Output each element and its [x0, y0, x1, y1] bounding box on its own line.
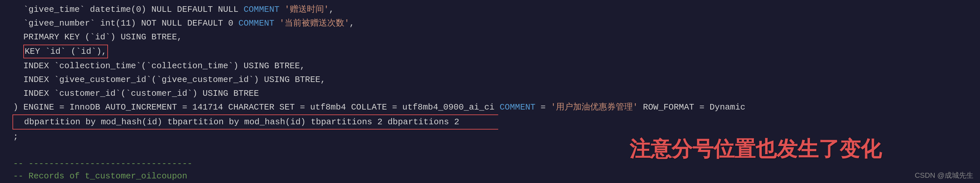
code-text-5: INDEX `collection_time`(`collection_time… — [0, 60, 980, 72]
code-line-8: ) ENGINE = InnoDB AUTO_INCREMENT = 14171… — [0, 100, 980, 114]
watermark: CSDN @成城先生 — [915, 170, 974, 180]
code-text-2: `givee_number` int(11) NOT NULL DEFAULT … — [0, 17, 980, 30]
code-line-1: `givee_time` datetime(0) NULL DEFAULT NU… — [0, 3, 980, 16]
separator-dashes-1: -------------------------------- — [23, 159, 192, 169]
code-line-3: PRIMARY KEY (`id`) USING BTREE, — [0, 30, 980, 44]
code-text-6: INDEX `givee_customer_id`(`givee_custome… — [0, 73, 980, 86]
code-records-comment: -- Records of t_customer_oilcoupon — [0, 170, 980, 182]
code-container: `givee_time` datetime(0) NULL DEFAULT NU… — [0, 0, 980, 183]
code-text-8: ) ENGINE = InnoDB AUTO_INCREMENT = 14171… — [0, 101, 980, 113]
records-text: -- Records of t_customer_oilcoupon — [13, 171, 188, 181]
code-text-1: `givee_time` datetime(0) NULL DEFAULT NU… — [0, 3, 980, 16]
separator-text-1: -- — [13, 159, 23, 169]
annotation-label: 注意分号位置也发生了变化 — [630, 135, 881, 163]
highlight-key-id: KEY `id` (`id`), — [23, 45, 108, 58]
code-text-4: KEY `id` (`id`), — [0, 45, 980, 58]
code-line-4: KEY `id` (`id`), — [0, 44, 980, 59]
code-text-3: PRIMARY KEY (`id`) USING BTREE, — [0, 31, 980, 43]
code-text-9: dbpartition by mod_hash(id) tbpartition … — [14, 116, 498, 128]
code-line-5: INDEX `collection_time`(`collection_time… — [0, 59, 980, 73]
code-line-7: INDEX `customer_id`(`customer_id`) USING… — [0, 87, 980, 100]
code-text-7: INDEX `customer_id`(`customer_id`) USING… — [0, 87, 980, 100]
code-line-6: INDEX `givee_customer_id`(`givee_custome… — [0, 73, 980, 87]
code-line-2: `givee_number` int(11) NOT NULL DEFAULT … — [0, 16, 980, 30]
code-line-9: dbpartition by mod_hash(id) tbpartition … — [13, 115, 498, 129]
